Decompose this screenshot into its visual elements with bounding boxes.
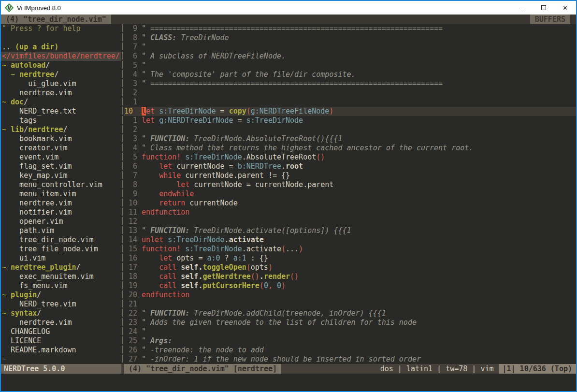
nerdtree-item[interactable]: tree_file_node.vim xyxy=(1,245,121,254)
code-line[interactable]: 9" =====================================… xyxy=(124,24,576,33)
nerdtree-item[interactable]: bookmark.vim xyxy=(1,134,121,144)
nerdtree-item[interactable]: .. (up a dir) xyxy=(1,43,121,52)
code-line[interactable]: 5function! s:TreeDirNode.AbsoluteTreeRoo… xyxy=(124,153,576,162)
nerdtree-item[interactable]: ~ nerdtree_plugin/ xyxy=(1,263,121,272)
code-line[interactable]: 16 let opts = a:0 ? a:1 : {} xyxy=(124,254,576,263)
nerdtree-item[interactable]: NERD_tree.txt xyxy=(1,107,121,116)
maximize-button[interactable] xyxy=(533,1,554,15)
code-line[interactable]: 26" -treenode: the node to add xyxy=(124,346,576,355)
code-line[interactable]: 18 call self.getNerdtree().render() xyxy=(124,272,576,281)
line-number: 7 xyxy=(124,43,137,52)
nerdtree-item[interactable]: exec_menuitem.vim xyxy=(1,272,121,281)
code-line[interactable]: 5" xyxy=(124,61,576,70)
nerdtree-item[interactable]: ui.vim xyxy=(1,254,121,263)
nerdtree-item[interactable]: ui_glue.vim xyxy=(1,79,121,88)
nerdtree-item[interactable]: menu_controller.vim xyxy=(1,180,121,189)
text-segment: root xyxy=(286,162,303,171)
line-number: 8 xyxy=(124,180,137,189)
code-line[interactable]: 4" Class method that returns the highest… xyxy=(124,144,576,153)
nerdtree-item[interactable]: tags xyxy=(1,116,121,125)
line-number: 6 xyxy=(124,52,137,61)
nerdtree-item[interactable]: README.markdown xyxy=(1,346,121,355)
code-line[interactable]: 9 endwhile xyxy=(124,189,576,199)
line-number: 26 xyxy=(124,346,137,355)
nerdtree-item[interactable]: CHANGELOG xyxy=(1,327,121,336)
code-line[interactable]: 22" FUNCTION: TreeDirNode.addChild(treen… xyxy=(124,309,576,318)
nerdtree-item[interactable]: ~ doc/ xyxy=(1,98,121,107)
text-segment: copy xyxy=(229,107,246,116)
nerdtree-item[interactable]: nerdtree.vim xyxy=(1,318,121,327)
code-line[interactable]: 27" -inOrder: 1 if the new node should b… xyxy=(124,355,576,364)
code-line[interactable]: 13" FUNCTION: TreeDirNode.activate([opti… xyxy=(124,226,576,235)
nerdtree-item[interactable]: event.vim xyxy=(1,153,121,162)
code-line[interactable]: 8" CLASS: TreeDirNode xyxy=(124,33,576,43)
code-line[interactable]: 1 xyxy=(124,98,576,107)
nerdtree-item[interactable]: fs_menu.vim xyxy=(1,281,121,290)
text-segment: CLASS: xyxy=(150,33,176,42)
nerdtree-item[interactable]: ~ autoload/ xyxy=(1,61,121,70)
code-line[interactable]: 7 while currentNode.parent != {} xyxy=(124,171,576,180)
close-button[interactable]: ✕ xyxy=(554,1,576,15)
code-line[interactable]: 10 return currentNode xyxy=(124,199,576,208)
text-segment: unlet xyxy=(142,235,163,244)
nerdtree-item[interactable]: creator.vim xyxy=(1,144,121,153)
code-line[interactable]: 19 call self.putCursorHere(0, 0) xyxy=(124,281,576,290)
code-line[interactable]: 24" xyxy=(124,327,576,336)
code-line[interactable]: 12 xyxy=(124,217,576,226)
code-line[interactable]: 1let g:NERDTreeDirNode = s:TreeDirNode xyxy=(124,116,576,125)
code-line[interactable]: 25" Args: xyxy=(124,336,576,346)
text-segment: a:1 xyxy=(233,254,246,262)
nerdtree-item[interactable]: ~ syntax/ xyxy=(1,309,121,318)
nerdtree-item[interactable]: opener.vim xyxy=(1,217,121,226)
text-segment: TreeDirNode.activate([options]) {{{1 xyxy=(189,226,351,235)
nerdtree-item[interactable] xyxy=(1,33,121,43)
code-line[interactable]: 2 xyxy=(124,88,576,98)
code-line[interactable]: 3" FUNCTION: TreeDirNode.AbsoluteTreeRoo… xyxy=(124,134,576,144)
nerdtree-item[interactable]: notifier.vim xyxy=(1,208,121,217)
nerdtree-item[interactable]: ~ plugin/ xyxy=(1,290,121,300)
nerdtree-item[interactable]: </vimfiles/bundle/nerdtree/ xyxy=(1,52,121,61)
nerdtree-item[interactable]: nerdtree.vim xyxy=(1,88,121,98)
text-segment: exec_menuitem.vim xyxy=(2,272,94,281)
nerdtree-item[interactable]: NERD_tree.vim xyxy=(1,300,121,309)
code-line[interactable]: 3" =====================================… xyxy=(124,79,576,88)
text-segment: FUNCTION: xyxy=(150,226,189,235)
nerdtree-item[interactable]: tree_dir_node.vim xyxy=(1,235,121,245)
text-segment: plugin xyxy=(11,290,37,299)
code-line[interactable]: 23" Adds the given treenode to the list … xyxy=(124,318,576,327)
code-line[interactable]: 7" xyxy=(124,43,576,52)
titlebar: Vi IMproved 8.0 ✕ xyxy=(1,1,576,15)
nerdtree-item[interactable]: LICENCE xyxy=(1,336,121,346)
minimize-button[interactable] xyxy=(511,1,533,15)
text-segment xyxy=(142,171,159,180)
nerdtree-item[interactable]: path.vim xyxy=(1,226,121,235)
tab-current-buffer[interactable]: (4) "tree_dir_node.vim" xyxy=(1,15,111,24)
code-line[interactable]: 20endfunction xyxy=(124,290,576,300)
nerdtree-item[interactable]: " Press ? for help xyxy=(1,24,121,33)
code-line[interactable]: 6" A subclass of NERDTreeFileNode. xyxy=(124,52,576,61)
code-line[interactable]: 4" The 'composite' part of the file/dir … xyxy=(124,70,576,79)
nerdtree-panel[interactable]: " Press ? for help.. (up a dir)</vimfile… xyxy=(1,24,121,364)
code-line[interactable]: 14unlet s:TreeDirNode.activate xyxy=(124,235,576,245)
code-line[interactable]: 15function! s:TreeDirNode.activate(...) xyxy=(124,245,576,254)
nerdtree-item[interactable]: ~ nerdtree/ xyxy=(1,70,121,79)
code-line[interactable]: 10let s:TreeDirNode = copy(g:NERDTreeFil… xyxy=(124,107,576,116)
code-line[interactable]: 11endfunction xyxy=(124,208,576,217)
text-segment: nerdtree xyxy=(19,70,54,79)
editor-buffer[interactable]: 9" =====================================… xyxy=(124,24,576,364)
text-segment: " ======================================… xyxy=(142,24,443,33)
nerdtree-item[interactable]: menu_item.vim xyxy=(1,189,121,199)
code-line[interactable]: 2 xyxy=(124,125,576,134)
code-line[interactable]: 8 let currentNode = currentNode.parent xyxy=(124,180,576,189)
code-line[interactable]: 21 xyxy=(124,300,576,309)
text-segment: key_map.vim xyxy=(2,171,67,180)
command-line[interactable] xyxy=(1,374,576,391)
line-number: 4 xyxy=(124,70,137,79)
nerdtree-item[interactable]: ~ xyxy=(1,355,121,364)
code-line[interactable]: 6 let currentNode = b:NERDTree.root xyxy=(124,162,576,171)
nerdtree-item[interactable]: flag_set.vim xyxy=(1,162,121,171)
code-line[interactable]: 17 call self.toggleOpen(opts) xyxy=(124,263,576,272)
nerdtree-item[interactable]: key_map.vim xyxy=(1,171,121,180)
nerdtree-item[interactable]: ~ lib/nerdtree/ xyxy=(1,125,121,134)
nerdtree-item[interactable]: nerdtree.vim xyxy=(1,199,121,208)
